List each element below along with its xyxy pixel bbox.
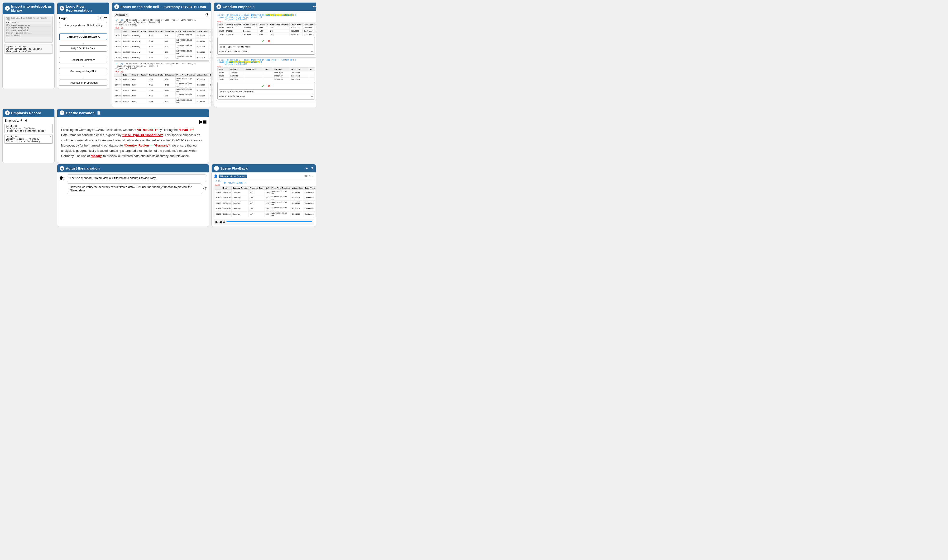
- arrow-icon-g: ↺: [203, 186, 207, 192]
- popup2-code: Country_Region == 'Germany': [219, 89, 313, 94]
- back-button[interactable]: ◀: [219, 220, 222, 224]
- gear-icon-e[interactable]: ⚙: [25, 119, 28, 122]
- narration-link-4[interactable]: *Country_Region == 'Germany'*: [124, 144, 170, 147]
- flow-diagram: Logic: + 〰 Library Imports and Data Load…: [57, 14, 109, 89]
- panel-g: g Adjust the narration 🗣 The use of *hea…: [57, 164, 209, 227]
- flow-node-6[interactable]: Presentation Preparation: [59, 80, 107, 86]
- flow-arrow-4: ↓: [59, 64, 107, 67]
- h-avatar-area: 👤 Filter out data for Germany: [214, 174, 247, 178]
- panel-h-label: h: [214, 166, 219, 171]
- eye-icon-c[interactable]: 👁: [205, 12, 209, 17]
- adjust-bubble-1: The use of *head()* to preview our filte…: [67, 174, 207, 182]
- table-row: 201923/8/2020GermanyNaN2413/24/2020 9:39…: [114, 38, 212, 44]
- flow-snake-icon: 〰: [104, 16, 107, 20]
- logic-label: Logic:: [59, 16, 68, 20]
- emphasis-item-0-close[interactable]: ✕: [50, 125, 51, 128]
- popup2-check[interactable]: ✓: [261, 83, 265, 89]
- col2-date: Date: [122, 73, 131, 77]
- playback-bar: [227, 222, 312, 222]
- h-in-code2: df_results_1.head(): [214, 182, 313, 184]
- cell2-in-label: In [6]:: [116, 63, 125, 65]
- popup2-edit-icon[interactable]: ✏: [311, 95, 313, 98]
- popup1-code: Case_Type == 'Confirmed': [219, 45, 313, 49]
- playback-controls: ▶ ◀ ⬇: [214, 219, 314, 225]
- h-banner-row: 👤 Filter out data for Germany 👁 ✕ ✓: [214, 174, 314, 178]
- cell2-out-label: Out[5]:: [114, 70, 209, 73]
- import-code-block: import NotePlayer import ipywidgets as w…: [5, 44, 52, 54]
- emphasis-item-1: ✕ Cell1_Id1: Country_Region == 'Germany'…: [5, 134, 52, 144]
- table-row: 201913/9/2020GermanyNaN1363/23/2020Confi…: [217, 26, 316, 29]
- code-cell-1: In [5]: df_results_1 = covid_df[(covid_d…: [114, 18, 209, 60]
- panel-h-body: 👤 Filter out data for Germany 👁 ✕ ✓ In […: [212, 172, 316, 226]
- table-row: 201933/7/20203/23/2020Confirmed: [217, 78, 315, 81]
- play-button[interactable]: ▶: [216, 220, 218, 224]
- flow-node-3[interactable]: Italy COVID-19 Data: [59, 45, 107, 52]
- download-button[interactable]: ⬇: [223, 220, 225, 224]
- pencil-icon-d[interactable]: ✏: [313, 5, 316, 9]
- flow-node-1-text: Library Imports and Data Loading: [64, 24, 102, 26]
- avatar-icon: 👤: [214, 174, 217, 178]
- cell2-in: In [6]: df_results_2 = covid_df[(covid_d…: [114, 62, 209, 70]
- flow-node-5[interactable]: Germany vs. Italy Plot: [59, 68, 107, 74]
- popup1-cross[interactable]: ✕: [267, 38, 271, 44]
- table-row: 201933/7/2020GermanyNaN1293/24/2020 9:39…: [215, 200, 316, 206]
- nb-code-1: [1]: import pandas as pd: [5, 24, 52, 26]
- popup2-toolbar: ✓ ✕: [219, 83, 313, 89]
- panel-d-header: d Conduct emphasis ✏: [214, 3, 316, 11]
- panel-h: h Scene PlayBack ➤ ⬆ 👤 Filter out data f…: [211, 164, 316, 227]
- flow-node-1[interactable]: Library Imports and Data Loading: [59, 22, 107, 28]
- table-row: 201923/8/2020GermanyNaN2413/23/2020Confi…: [217, 29, 316, 33]
- panel-f-label: f: [60, 111, 65, 115]
- adjust-bubbles: The use of *head()* to preview our filte…: [67, 174, 207, 194]
- emphasis-item-1-close[interactable]: ✕: [50, 135, 51, 138]
- col-country: Country_Region: [131, 30, 148, 33]
- popup1-check[interactable]: ✓: [261, 38, 265, 44]
- flow-add-button[interactable]: +: [99, 16, 103, 20]
- nb-row: File Edit View Insert Cell Kernel Widget…: [5, 17, 52, 22]
- nb-code-4: [4]: df = pd.read_csv(...: [5, 32, 52, 34]
- narration-link-2[interactable]: *covid_df*: [179, 128, 194, 132]
- panel-c-header: c Focus on the code cell --- Germany COV…: [112, 3, 211, 11]
- video-icon-f[interactable]: ▶◼: [199, 119, 207, 125]
- check-icon-h[interactable]: ✓: [312, 174, 314, 178]
- eye-icon-e[interactable]: 👁: [20, 119, 23, 122]
- narration-link-5[interactable]: *head()*: [91, 154, 102, 158]
- cell1-out-label: Out[5]:: [114, 26, 209, 29]
- panel-e: e Emphasis Record Emphasis: 👁 ⚙ ✕ Cell1_…: [2, 109, 55, 163]
- table-row: 289753/9/2020ItalyNaN17973/24/2020 9:39:…: [114, 77, 212, 82]
- narration-link-1[interactable]: *df_results_1*: [137, 128, 158, 132]
- popup1-edit-icon[interactable]: ✏: [311, 50, 313, 54]
- panel-c: c Focus on the code cell --- Germany COV…: [112, 2, 211, 107]
- flow-arrow-3: ↓: [59, 52, 107, 56]
- eye-icon-h[interactable]: 👁: [305, 174, 308, 178]
- col2-latest: Latest_Date: [196, 73, 209, 77]
- flow-arrow-1: ↓: [59, 29, 107, 32]
- panel-e-label: e: [5, 111, 10, 115]
- emphasis-popup-1: ✓ ✕ Case_Type == 'Confirmed' Filter out …: [217, 37, 315, 55]
- col-prep: Prep_Flow_Runtime: [175, 30, 196, 33]
- table-row: 289763/8/2020ItalyNaN14923/24/2020 9:39:…: [114, 82, 212, 88]
- panel-a: a Import into notebook as library File E…: [2, 2, 55, 89]
- table-row: 201943/6/2020GermanyNaN1883/24/2020 9:39…: [215, 206, 316, 211]
- col-province: Province_State: [148, 30, 164, 33]
- col2-country: Country_Region: [131, 73, 148, 77]
- flow-node-2[interactable]: Germany COVID-19 Data ↘: [59, 34, 107, 40]
- panel-a-header: a Import into notebook as library: [3, 3, 54, 14]
- narration-link-3[interactable]: *Case_Type == 'Confirmed'*: [122, 133, 163, 137]
- annotate-button[interactable]: Annotate ✏: [114, 13, 129, 17]
- upload-icon-h[interactable]: ⬆: [311, 166, 313, 170]
- cell1-in: In [5]: df_results_1 = covid_df[(covid_d…: [114, 18, 209, 26]
- emphasis-label: Emphasis:: [5, 119, 19, 122]
- popup2-cross[interactable]: ✕: [267, 83, 271, 89]
- flow-node-4[interactable]: Statistical Summary: [59, 57, 107, 63]
- close-icon-h[interactable]: ✕: [308, 174, 311, 178]
- cell2-code: df_results_2 = covid_df[(covid_df.Case_T…: [116, 63, 196, 69]
- h-action-icons: 👁 ✕ ✓: [305, 174, 314, 178]
- table-row: 201913/9/2020GermanyNaN1363/24/2020 9:39…: [114, 33, 212, 38]
- flow-node-3-text: Italy COVID-19 Data: [71, 47, 95, 50]
- col-latest: Latest_Date: [196, 30, 209, 33]
- send-icon-h[interactable]: ➤: [305, 166, 308, 170]
- cell1-in-label: In [5]:: [116, 19, 125, 21]
- adjust-bubble-2: How can we verify the accuracy of our fi…: [67, 183, 202, 194]
- import-line-1: import NotePlayer: [6, 45, 51, 48]
